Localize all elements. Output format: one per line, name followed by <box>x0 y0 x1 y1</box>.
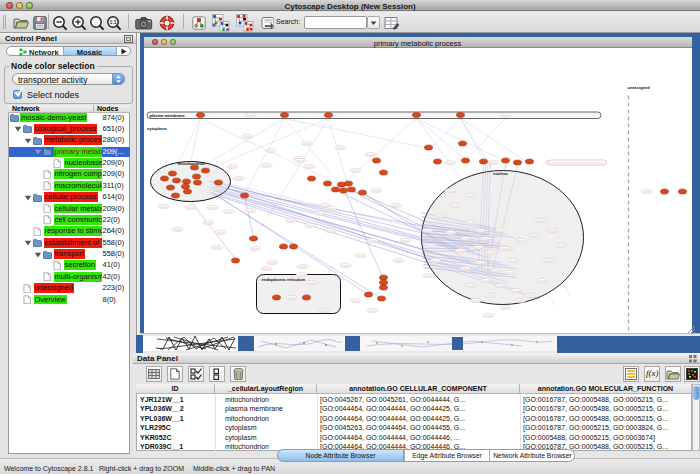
svg-text:unassigned: unassigned <box>627 84 650 89</box>
svg-text:plasma membrane: plasma membrane <box>149 113 185 118</box>
svg-text:cytoplasm: cytoplasm <box>147 126 167 131</box>
svg-text:endoplasmic reticulum: endoplasmic reticulum <box>261 277 305 282</box>
svg-text:nucleus: nucleus <box>492 171 508 176</box>
svg-text:1:1: 1:1 <box>109 19 116 25</box>
